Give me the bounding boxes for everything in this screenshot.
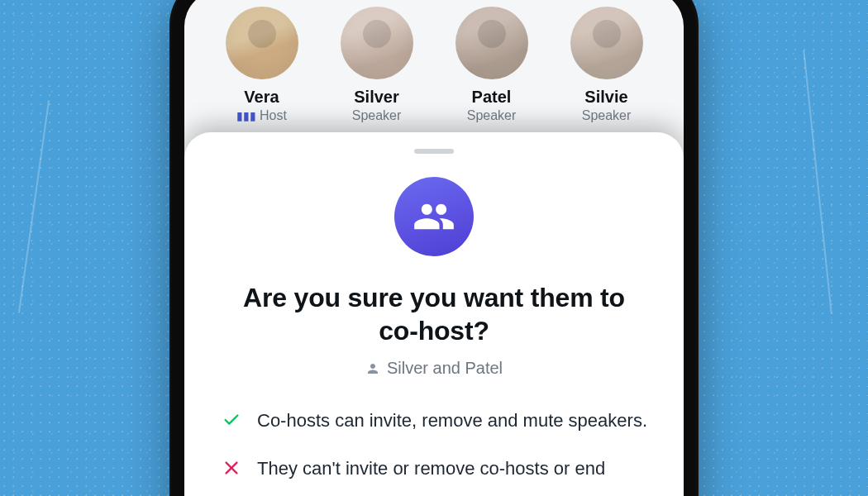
participant-role: Speaker [467, 108, 517, 123]
cohost-cannot-bullet: They can't invite or remove co-hosts or … [221, 455, 647, 482]
bullet-text: Co-hosts can invite, remove and mute spe… [257, 408, 647, 434]
cross-icon [221, 455, 242, 477]
host-badge-icon: ▮▮▮ [236, 109, 256, 122]
sheet-grabber[interactable] [414, 149, 454, 154]
bullet-text: They can't invite or remove co-hosts or … [257, 455, 605, 482]
person-icon [365, 361, 380, 376]
phone-screen: Vera ▮▮▮ Host Silver Speaker Patel Speak… [184, 0, 684, 496]
phone-frame: Vera ▮▮▮ Host Silver Speaker Patel Speak… [169, 0, 699, 496]
participant-name: Patel [472, 88, 512, 107]
cohost-confirm-sheet: Are you sure you want them to co-host? S… [184, 132, 684, 496]
participant-role: Speaker [352, 108, 402, 123]
avatar[interactable] [226, 7, 298, 79]
avatar[interactable] [455, 7, 528, 79]
modal-title: Are you sure you want them to co-host? [221, 281, 647, 347]
avatar[interactable] [570, 7, 643, 79]
participant-role: Speaker [582, 108, 632, 123]
check-icon [221, 408, 242, 429]
participant-name: Silver [354, 88, 398, 107]
people-icon [394, 177, 474, 256]
participant-patel[interactable]: Patel Speaker [442, 7, 541, 123]
participant-silver[interactable]: Silver Speaker [327, 7, 427, 123]
role-label: Host [260, 108, 287, 123]
participant-silvie[interactable]: Silvie Speaker [557, 7, 656, 123]
participant-name: Vera [244, 88, 279, 107]
selected-cohosts: Silver and Patel [221, 359, 647, 378]
avatar[interactable] [341, 7, 413, 79]
participant-role: ▮▮▮ Host [236, 108, 287, 123]
selected-cohosts-label: Silver and Patel [387, 359, 503, 378]
participant-name: Silvie [584, 88, 627, 107]
participant-vera[interactable]: Vera ▮▮▮ Host [212, 7, 312, 123]
cohost-can-bullet: Co-hosts can invite, remove and mute spe… [221, 408, 647, 434]
